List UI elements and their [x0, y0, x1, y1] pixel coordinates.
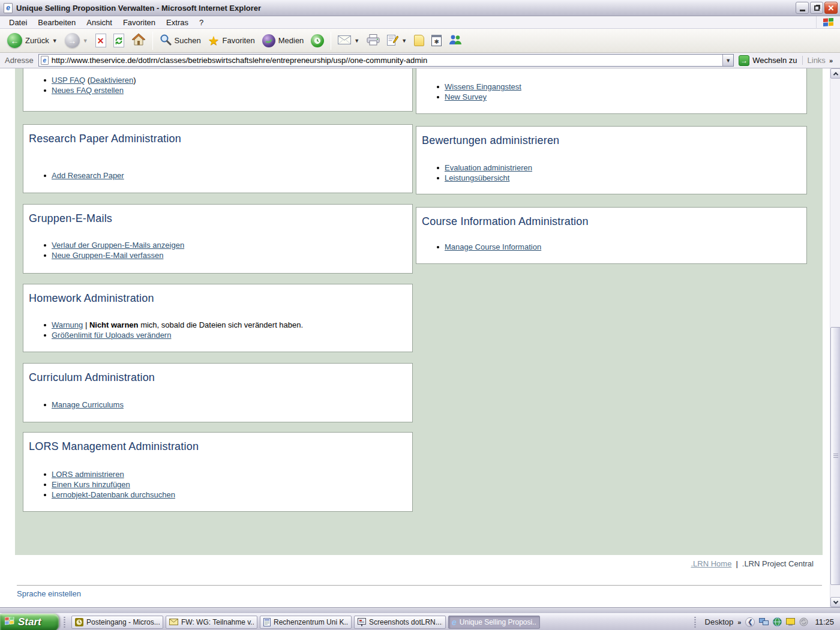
media-globe-icon [262, 34, 275, 47]
taskbar-clock: 11:25 [815, 617, 834, 626]
network-tray-icon[interactable] [759, 618, 769, 626]
browser-window: e Unique Selling Proposition Verwalten -… [0, 0, 840, 630]
search-label: Suchen [175, 36, 201, 45]
link-lernobjekt-datenbank-durchsuchen[interactable]: Lernobjekt-Datenbank durchsuchen [52, 490, 175, 499]
list-item: Manage Curriculums [52, 400, 406, 410]
desktop-toolbar-label[interactable]: Desktop [705, 617, 734, 626]
desktop-chevron-icon[interactable]: » [737, 619, 741, 626]
discuss-note-icon [414, 35, 424, 46]
taskbar-task-screenshots-dotlrn[interactable]: Screenshots dotLRN.... [354, 616, 446, 629]
back-button[interactable]: ← Zurück ▼ [4, 30, 61, 52]
windows-logo-icon [816, 16, 840, 29]
link-usp-faq[interactable]: USP FAQ [52, 76, 85, 85]
link-manage-curriculums[interactable]: Manage Curriculums [52, 400, 124, 409]
list-item: New Survey [445, 92, 800, 102]
list-item: Manage Course Information [445, 242, 800, 252]
scroll-down-button[interactable] [830, 597, 840, 607]
mail-dropdown-icon[interactable]: ▼ [354, 38, 359, 44]
tray-collapse-button[interactable]: ❮ [745, 617, 755, 627]
address-url: http://www.theservice.de/dotlrn/classes/… [52, 56, 720, 65]
edit-button[interactable]: ▼ [383, 30, 410, 52]
mail-icon [338, 35, 351, 46]
menu-item-datei[interactable]: Datei [4, 17, 32, 28]
media-bar-icon: ✱ [431, 35, 442, 46]
list-item: Verlauf der Gruppen-E-Mails anzeigen [52, 240, 406, 250]
print-button[interactable] [363, 30, 383, 52]
admin-box-right-partial: Wissens EingangstestNew Survey [416, 68, 807, 114]
search-button[interactable]: Suchen [156, 30, 205, 52]
go-label: Wechseln zu [752, 56, 797, 65]
link-new-survey[interactable]: New Survey [445, 92, 487, 101]
address-label: Adresse [5, 56, 34, 65]
menu-item-ansicht[interactable]: Ansicht [81, 17, 118, 28]
menu-bar-items: DateiBearbeitenAnsichtFavoritenExtras? [4, 17, 209, 28]
set-language-link[interactable]: Sprache einstellen [17, 589, 81, 598]
media-button[interactable]: Medien [259, 30, 308, 52]
taskbar-tasks: Posteingang - Micros...FW: WG: Teilnahme… [70, 614, 541, 630]
edit-dropdown-icon[interactable]: ▼ [401, 38, 407, 44]
task-label: Screenshots dotLRN.... [369, 618, 442, 626]
links-toolbar[interactable]: Links » [802, 56, 838, 65]
vertical-scrollbar[interactable] [830, 68, 840, 607]
minimize-button[interactable] [796, 2, 809, 14]
link-wissens-eingangstest[interactable]: Wissens Eingangstest [445, 82, 521, 91]
taskbar-task-posteingang-micros[interactable]: Posteingang - Micros... [71, 616, 163, 629]
display-tray-icon[interactable] [786, 618, 795, 626]
links-chevron-icon: » [829, 57, 833, 64]
box-title: LORS Management Administration [29, 440, 199, 453]
link-neue-gruppen-e-mail-verfassen[interactable]: Neue Gruppen-E-Mail verfassen [52, 251, 163, 260]
forward-dropdown-icon[interactable]: ▼ [83, 38, 88, 44]
stop-button[interactable]: ✕ [92, 30, 110, 52]
media-bar-button[interactable]: ✱ [428, 30, 445, 52]
start-label: Start [18, 616, 41, 628]
lrn-home-link[interactable]: .LRN Home [691, 559, 731, 568]
go-arrow-icon: → [739, 55, 749, 66]
link-verlauf-der-gruppen-e-mails-anzeigen[interactable]: Verlauf der Gruppen-E-Mails anzeigen [52, 241, 184, 250]
forward-button[interactable]: → ▼ [61, 30, 92, 52]
start-button[interactable]: Start [0, 614, 59, 630]
link-leistungs-bersicht[interactable]: Leistungsübersicht [445, 173, 509, 182]
taskbar-task-rechenzentrum-uni-k[interactable]: Rechenzentrum Uni K... [260, 616, 352, 629]
link-deaktivieren[interactable]: Deaktivieren [90, 76, 133, 85]
taskbar-task-unique-selling-proposi[interactable]: eUnique Selling Proposi... [448, 616, 540, 629]
link-neues-faq-erstellen[interactable]: Neues FAQ erstellen [52, 86, 124, 95]
menu-item-favoriten[interactable]: Favoriten [118, 17, 161, 28]
link-lors-administrieren[interactable]: LORS administrieren [52, 470, 124, 479]
link-evaluation-administrieren[interactable]: Evaluation administrieren [445, 163, 532, 172]
link-einen-kurs-hinzuf-gen[interactable]: Einen Kurs hinzufügen [52, 480, 130, 489]
taskbar-task-fw-wg-teilnahme-v[interactable]: FW: WG: Teilnahme v... [166, 616, 257, 629]
menu-item-[interactable]: ? [194, 17, 209, 28]
link-manage-course-information[interactable]: Manage Course Information [445, 242, 541, 251]
scroll-up-button[interactable] [830, 68, 840, 79]
desktop-toolbar-handle[interactable] [694, 616, 697, 628]
back-dropdown-icon[interactable]: ▼ [52, 38, 58, 44]
box-link-list: Verlauf der Gruppen-E-Mails anzeigenNeue… [23, 240, 412, 260]
discuss-button[interactable] [410, 30, 428, 52]
favorites-button[interactable]: ★ Favoriten [205, 30, 259, 52]
refresh-button[interactable] [110, 30, 128, 52]
link-warnung[interactable]: Warnung [52, 320, 83, 329]
home-button[interactable] [128, 30, 149, 52]
menu-item-extras[interactable]: Extras [161, 17, 194, 28]
list-item: USP FAQ (Deaktivieren) [52, 75, 406, 85]
admin-box-left-partial: USP FAQ (Deaktivieren)Neues FAQ erstelle… [23, 68, 413, 112]
browser-toolbar: ← Zurück ▼ → ▼ ✕ Suchen [0, 29, 840, 53]
close-button[interactable]: ✕ [824, 2, 838, 14]
globe-tray-icon[interactable] [773, 617, 782, 626]
mail-button[interactable]: ▼ [334, 30, 363, 52]
menu-item-bearbeiten[interactable]: Bearbeiten [32, 17, 81, 28]
scrollbar-thumb[interactable] [830, 327, 840, 585]
history-button[interactable] [307, 30, 328, 52]
status-tray-icon[interactable] [799, 617, 808, 626]
plain-text: ) [133, 76, 136, 85]
address-input[interactable]: e http://www.theservice.de/dotlrn/classe… [38, 54, 734, 67]
address-dropdown-icon[interactable]: ▼ [722, 55, 733, 66]
messenger-button[interactable] [445, 30, 466, 52]
task-label: Unique Selling Proposi... [460, 618, 536, 626]
link-gr-enlimit-f-r-uploads-ver-ndern[interactable]: Größenlimit für Uploads verändern [52, 331, 171, 340]
restore-button[interactable] [810, 2, 823, 14]
taskbar-handle[interactable] [63, 616, 66, 628]
forward-icon: → [65, 33, 80, 48]
link-add-research-paper[interactable]: Add Research Paper [52, 171, 124, 180]
go-button[interactable]: → Wechseln zu [734, 55, 802, 66]
